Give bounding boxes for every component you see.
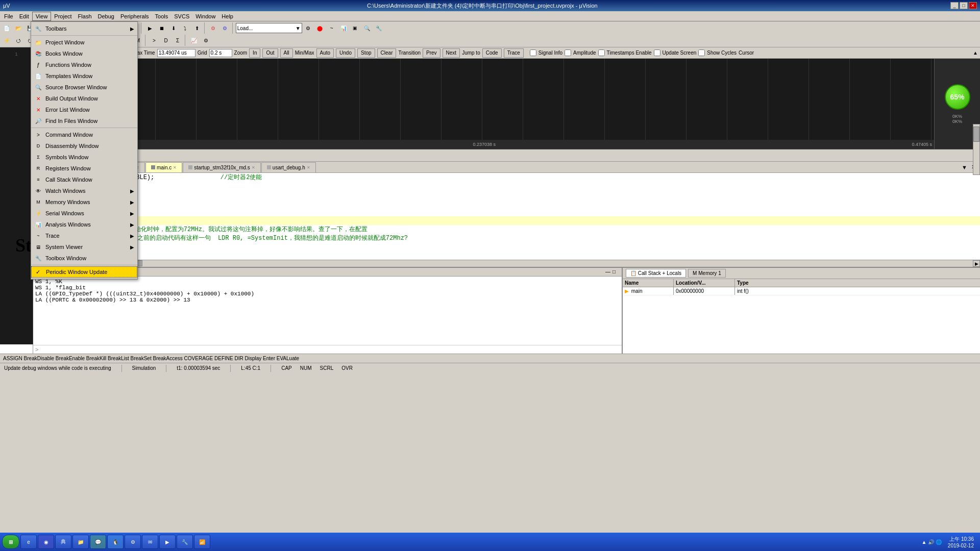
tb-rebuild[interactable]: ⚙ (219, 22, 231, 34)
la-prev-btn[interactable]: Prev (423, 48, 440, 58)
menu-entry-memory[interactable]: M Memory Windows ▶ (31, 196, 137, 208)
menu-tools[interactable]: Tools (152, 12, 172, 21)
file-tab-close-5[interactable]: ✕ (307, 165, 310, 170)
target-dropdown[interactable]: Load... ▼ (236, 23, 302, 33)
maximize-btn[interactable]: □ (960, 2, 968, 9)
tb2-perf[interactable]: 📈 (188, 35, 200, 46)
menu-edit[interactable]: Edit (16, 12, 32, 21)
cs-row-main[interactable]: ▶ main 0x00000000 int f() (623, 287, 980, 295)
file-tab-startup[interactable]: startup_stm32f10x_md.s ✕ (183, 162, 261, 172)
menu-entry-templates-window[interactable]: 📄 Templates Window (31, 70, 137, 82)
menu-entry-find-files[interactable]: 🔎 Find In Files Window (31, 115, 137, 127)
la-waveform-area[interactable]: 666667 us 0.237038 s 0.47405 s (33, 59, 934, 149)
la-zoom-all[interactable]: All (280, 48, 293, 58)
tb-trace[interactable]: ~ (326, 22, 337, 34)
cmd-maximize[interactable]: □ (612, 269, 619, 275)
scroll-track[interactable] (40, 260, 973, 267)
tb-build[interactable]: ⚙ (208, 22, 219, 34)
menu-entry-command[interactable]: > Command Window (31, 129, 137, 140)
view-dropdown-menu[interactable]: 🔧 Toolbars ▶ 📁 Project Window 📚 Books Wi… (31, 21, 138, 280)
menu-entry-functions-window[interactable]: ƒ Functions Window (31, 59, 137, 70)
la-auto-btn[interactable]: Auto (316, 48, 334, 58)
menu-entry-toolbars[interactable]: 🔧 Toolbars ▶ (31, 23, 137, 34)
menu-entry-books-window[interactable]: 📚 Books Window (31, 48, 137, 59)
la-clear-btn[interactable]: Clear (377, 48, 397, 58)
menu-file[interactable]: File (1, 12, 16, 21)
close-btn[interactable]: ✕ (969, 2, 977, 9)
menu-help[interactable]: Help (218, 12, 236, 21)
la-trace-btn[interactable]: Trace (504, 48, 524, 58)
tb-open[interactable]: 📂 (13, 22, 24, 34)
tb-target-options[interactable]: ⚙ (303, 22, 314, 34)
la-maxtime-field[interactable] (157, 49, 195, 57)
tb-debug-stop[interactable]: ⏹ (156, 22, 167, 34)
taskbar-wechat[interactable]: 💬 (90, 535, 106, 549)
taskbar-chrome[interactable]: ◉ (38, 535, 54, 549)
menu-project[interactable]: Project (51, 12, 75, 21)
cmd-scrollbar[interactable] (973, 124, 980, 175)
la-stop-btn[interactable]: Stop (357, 48, 375, 58)
code-h-scrollbar[interactable]: ◀ ▶ (33, 260, 980, 267)
taskbar-media[interactable]: ▶ (159, 535, 176, 549)
menu-entry-symbols[interactable]: Σ Symbols Window (31, 152, 137, 163)
cmd-minimize[interactable]: — (605, 269, 611, 275)
taskbar-app6[interactable]: ⚙ (125, 535, 141, 549)
la-zoom-in[interactable]: In (249, 48, 260, 58)
cmd-scroll-thumb[interactable] (973, 127, 979, 142)
tb-debug-run[interactable]: ▶ (144, 22, 156, 34)
la-signal-info-check[interactable] (530, 49, 536, 56)
menu-entry-system-viewer[interactable]: 🖥 System Viewer ▶ (31, 241, 137, 253)
la-zoom-out[interactable]: Out (262, 48, 278, 58)
taskbar-wifi[interactable]: 📶 (194, 535, 210, 549)
start-button[interactable]: ⊞ (2, 535, 19, 549)
tb-perf[interactable]: ▣ (350, 22, 361, 34)
la-code-btn[interactable]: Code (482, 48, 502, 58)
tb-step-in[interactable]: ⬇ (168, 22, 179, 34)
menu-entry-analysis[interactable]: 📊 Analysis Windows ▶ (31, 219, 137, 230)
menu-entry-project-window[interactable]: 📁 Project Window (31, 37, 137, 48)
file-tab-usart-debug-h[interactable]: usart_debug.h ✕ (261, 162, 316, 172)
scroll-right-btn[interactable]: ▶ (973, 260, 980, 267)
menu-entry-disassembly[interactable]: D Disassembly Window (31, 140, 137, 152)
tb-step-over[interactable]: ⤵ (180, 22, 191, 34)
file-tab-dropdown[interactable]: ▼ (960, 163, 969, 171)
menu-flash[interactable]: Flash (75, 12, 95, 21)
file-tab-close-4[interactable]: ✕ (252, 165, 255, 170)
la-collapse-btn[interactable]: ▲ (973, 50, 978, 56)
tb2-2[interactable]: ⭯ (13, 35, 24, 46)
menu-window[interactable]: Window (192, 12, 218, 21)
tb-zoom[interactable]: 🔍 (361, 22, 373, 34)
file-tab-close-3[interactable]: ✕ (173, 165, 177, 170)
menu-svcs[interactable]: SVCS (171, 12, 192, 21)
menu-entry-periodic-update[interactable]: ✓ Periodic Window Update (31, 266, 137, 278)
menu-entry-source-browser[interactable]: 🔍 Source Browser Window (31, 82, 137, 93)
tb2-disasm[interactable]: D (160, 35, 172, 46)
menu-entry-error-list[interactable]: ✕ Error List Window (31, 104, 137, 115)
menu-view[interactable]: View (32, 12, 52, 21)
taskbar-folder[interactable]: 📁 (72, 535, 89, 549)
la-amplitude-check[interactable] (565, 49, 571, 56)
taskbar-ie[interactable]: e (20, 535, 37, 549)
cs-tab-call-stack[interactable]: 📋 Call Stack + Locals (626, 269, 686, 278)
la-undo-btn[interactable]: Undo (336, 48, 355, 58)
la-next-btn[interactable]: Next (443, 48, 460, 58)
tb2-cmd[interactable]: > (149, 35, 160, 46)
la-show-cycles-check[interactable] (698, 49, 705, 56)
tb-new[interactable]: 📄 (1, 22, 12, 34)
la-update-screen-check[interactable] (654, 49, 660, 56)
tb-tools[interactable]: 🔧 (373, 22, 384, 34)
cs-tab-memory1[interactable]: M Memory 1 (688, 269, 726, 278)
minimize-btn[interactable]: _ (950, 2, 959, 9)
menu-debug[interactable]: Debug (95, 12, 117, 21)
menu-entry-build-output[interactable]: ✕ Build Output Window (31, 93, 137, 104)
taskbar-settings[interactable]: 🔧 (177, 535, 193, 549)
la-grid-field[interactable] (209, 49, 232, 57)
tb2-sym[interactable]: Σ (172, 35, 183, 46)
menu-entry-call-stack[interactable]: ≡ Call Stack Window (31, 174, 137, 185)
menu-entry-watch[interactable]: 👁 Watch Windows ▶ (31, 185, 137, 196)
menu-entry-toolbox[interactable]: 🔧 Toolbox Window (31, 253, 137, 264)
tb2-misc[interactable]: ⚙ (200, 35, 211, 46)
tb2-1[interactable]: ⚡ (1, 35, 12, 46)
tb-step-out[interactable]: ⬆ (191, 22, 203, 34)
tb-debug-start[interactable]: ⬤ (314, 22, 326, 34)
